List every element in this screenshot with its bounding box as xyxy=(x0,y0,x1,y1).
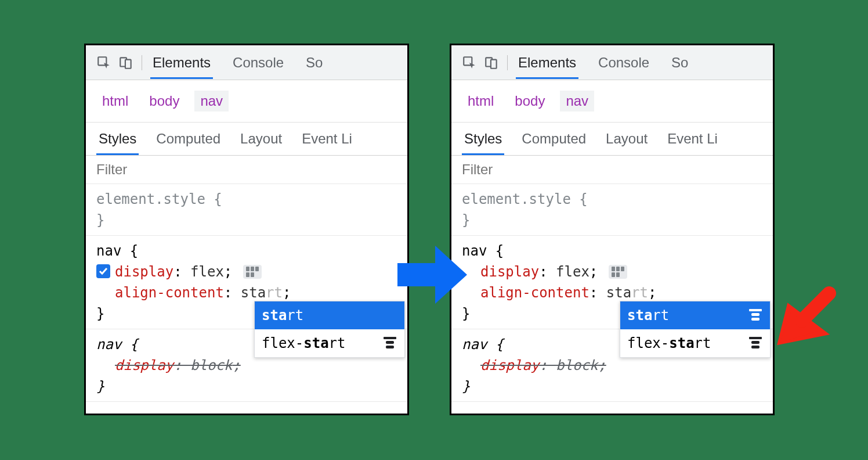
subtab-layout[interactable]: Layout xyxy=(238,123,284,155)
element-style-block[interactable]: element.style { } xyxy=(451,184,773,236)
svg-rect-22 xyxy=(749,337,762,339)
device-icon[interactable] xyxy=(484,55,499,70)
main-tabs: Elements Console So xyxy=(150,46,325,79)
devtools-panel-after: Elements Console So html body nav Styles… xyxy=(450,44,775,415)
flexbox-editor-icon[interactable] xyxy=(609,265,627,279)
filter-row xyxy=(86,156,407,184)
element-style-block[interactable]: element.style { } xyxy=(86,184,407,236)
toolbar-icons xyxy=(462,55,508,70)
devtools-panel-before: Elements Console So html body nav Styles… xyxy=(84,44,409,415)
prop-display: display xyxy=(480,264,539,280)
svg-rect-2 xyxy=(125,59,131,68)
device-icon[interactable] xyxy=(118,55,133,70)
element-style-selector: element.style { xyxy=(462,189,762,210)
dropdown-item-start[interactable]: start xyxy=(255,301,404,329)
overridden-declaration[interactable]: display: block; xyxy=(462,355,762,376)
tab-elements[interactable]: Elements xyxy=(516,46,578,79)
dropdown-item-flex-start[interactable]: flex-start xyxy=(620,329,770,357)
main-tabs: Elements Console So xyxy=(516,46,690,79)
svg-rect-15 xyxy=(616,267,620,271)
svg-rect-6 xyxy=(246,272,249,277)
nav-rule-block[interactable]: nav { display: flex; align-content: st xyxy=(86,236,407,329)
val-flex: flex xyxy=(190,264,224,280)
dropdown-item-flex-start[interactable]: flex-start xyxy=(255,329,404,357)
devtools-toolbar: Elements Console So xyxy=(451,45,773,80)
subtab-computed[interactable]: Computed xyxy=(154,123,223,155)
breadcrumb: html body nav xyxy=(451,80,773,123)
align-content-declaration[interactable]: align-content: start; xyxy=(462,282,762,303)
crumb-html[interactable]: html xyxy=(96,91,134,112)
svg-rect-5 xyxy=(255,267,259,271)
subtab-event[interactable]: Event Li xyxy=(299,123,355,155)
crumb-body[interactable]: body xyxy=(509,91,551,112)
subtab-event[interactable]: Event Li xyxy=(665,123,720,155)
svg-rect-18 xyxy=(616,272,620,277)
tab-sources-cut[interactable]: So xyxy=(303,46,325,79)
svg-rect-24 xyxy=(751,346,760,348)
svg-rect-3 xyxy=(246,267,249,271)
crumb-html[interactable]: html xyxy=(462,91,500,112)
align-start-icon xyxy=(382,336,397,351)
val-align-typed[interactable]: start xyxy=(606,285,648,301)
svg-rect-16 xyxy=(621,267,624,271)
checkbox-checked-icon[interactable] xyxy=(96,264,110,278)
tab-elements[interactable]: Elements xyxy=(150,46,213,79)
tab-console[interactable]: Console xyxy=(230,46,286,79)
close-brace: } xyxy=(462,376,762,397)
autocomplete-dropdown[interactable]: start flex-start xyxy=(620,301,771,358)
subtab-layout[interactable]: Layout xyxy=(603,123,650,155)
display-declaration[interactable]: display: flex; xyxy=(462,261,762,282)
styles-body: element.style { } nav { display: flex; xyxy=(86,184,407,402)
crumb-nav[interactable]: nav xyxy=(194,91,229,112)
close-brace: } xyxy=(462,210,762,231)
dropdown-item-start[interactable]: start xyxy=(620,301,770,329)
prop-align-content: align-content xyxy=(115,285,224,301)
close-brace: } xyxy=(96,376,397,397)
crumb-body[interactable]: body xyxy=(143,91,185,112)
svg-rect-20 xyxy=(751,313,760,316)
display-declaration[interactable]: display: flex; xyxy=(96,261,397,282)
subtab-styles[interactable]: Styles xyxy=(462,123,504,155)
styles-subtabs: Styles Computed Layout Event Li xyxy=(86,123,407,156)
nav-rule-block[interactable]: nav { display: flex; align-content: star… xyxy=(451,236,773,329)
inspect-icon[interactable] xyxy=(96,55,111,70)
align-start-icon xyxy=(748,336,763,351)
autocomplete-dropdown[interactable]: start flex-start xyxy=(254,301,405,358)
devtools-toolbar: Elements Console So xyxy=(86,45,407,80)
svg-rect-17 xyxy=(612,272,615,277)
arrow-right-icon xyxy=(395,237,470,312)
prop-display: display xyxy=(115,264,173,280)
close-brace: } xyxy=(96,210,397,231)
nav-selector: nav { xyxy=(96,240,397,261)
val-flex: flex xyxy=(556,264,589,280)
svg-rect-21 xyxy=(751,318,760,321)
toolbar-icons xyxy=(96,55,142,70)
flexbox-editor-icon[interactable] xyxy=(243,265,262,279)
svg-rect-7 xyxy=(251,272,254,277)
styles-body: element.style { } nav { display: flex; xyxy=(451,184,773,402)
overridden-declaration[interactable]: display: block; xyxy=(96,355,397,376)
svg-rect-8 xyxy=(384,337,396,339)
subtab-styles[interactable]: Styles xyxy=(96,123,139,155)
subtab-computed[interactable]: Computed xyxy=(519,123,588,155)
val-align-typed[interactable]: start xyxy=(241,285,283,301)
filter-input[interactable] xyxy=(462,161,762,178)
highlight-arrow-icon xyxy=(774,285,838,348)
align-start-icon xyxy=(748,308,763,323)
filter-input[interactable] xyxy=(96,161,397,178)
svg-rect-13 xyxy=(491,59,497,68)
svg-rect-14 xyxy=(612,267,615,271)
align-content-declaration[interactable]: align-content: start; xyxy=(96,282,397,303)
svg-rect-9 xyxy=(386,341,394,344)
svg-rect-10 xyxy=(386,346,394,348)
crumb-nav[interactable]: nav xyxy=(560,91,594,112)
filter-row xyxy=(451,156,773,184)
svg-rect-23 xyxy=(751,341,760,344)
svg-rect-4 xyxy=(251,267,254,271)
tab-sources-cut[interactable]: So xyxy=(669,46,690,79)
tab-console[interactable]: Console xyxy=(596,46,652,79)
svg-rect-19 xyxy=(749,309,762,311)
breadcrumb: html body nav xyxy=(86,80,407,123)
styles-subtabs: Styles Computed Layout Event Li xyxy=(451,123,773,156)
inspect-icon[interactable] xyxy=(462,55,477,70)
